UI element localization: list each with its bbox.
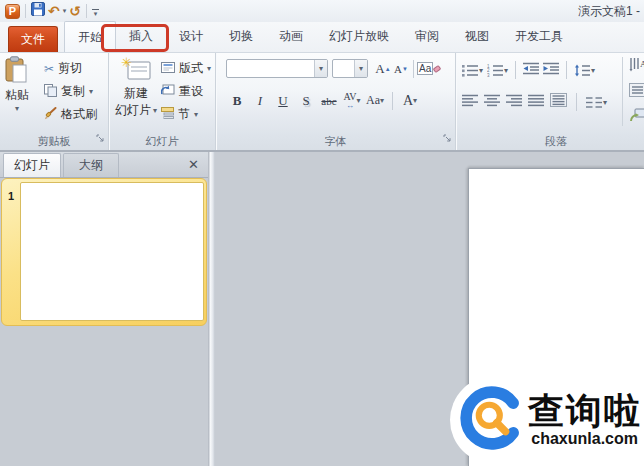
format-painter-button[interactable]: 格式刷 <box>44 103 97 126</box>
svg-text:✳: ✳ <box>121 56 132 70</box>
italic-button[interactable]: I <box>251 91 269 110</box>
close-pane-icon[interactable]: ✕ <box>188 153 199 177</box>
paste-dropdown-icon[interactable]: ▾ <box>15 104 19 113</box>
grow-font-button[interactable]: A▲ <box>374 59 392 78</box>
text-direction-button[interactable]: A <box>629 57 644 76</box>
quick-access-toolbar: P ↶ ▾ ↺ ▾ <box>0 0 644 22</box>
change-case-dropdown-icon[interactable]: ▾ <box>380 96 384 105</box>
new-slide-icon: ✳ <box>121 56 151 85</box>
powerpoint-app-icon[interactable]: P <box>5 4 20 19</box>
font-name-combobox[interactable]: ▾ <box>226 59 328 78</box>
align-text-button[interactable] <box>629 83 644 101</box>
separator <box>576 93 577 111</box>
tab-slideshow[interactable]: 幻灯片放映 <box>316 21 402 52</box>
redo-icon[interactable]: ↺ <box>69 4 81 18</box>
align-right-button[interactable] <box>506 93 522 111</box>
new-slide-button[interactable]: ✳ 新建 幻灯片 ▾ <box>115 56 157 119</box>
columns-button[interactable]: ▾ <box>586 96 607 109</box>
tab-view[interactable]: 视图 <box>452 21 502 52</box>
paragraph-group: ▾ 123 ▾ ▾ <box>456 53 644 150</box>
font-size-dropdown-icon[interactable]: ▾ <box>354 60 367 77</box>
justify-button[interactable] <box>528 93 544 111</box>
align-left-button[interactable] <box>462 93 478 111</box>
line-spacing-button[interactable]: ▾ <box>574 64 595 77</box>
cut-button[interactable]: ✂ 剪切 <box>44 57 97 80</box>
pane-tab-bar: 幻灯片 大纲 ✕ <box>0 152 208 178</box>
slides-group-label: 幻灯片 <box>109 134 215 149</box>
paste-button[interactable]: 粘贴 ▾ <box>5 56 29 113</box>
layout-dropdown-icon[interactable]: ▾ <box>207 64 211 73</box>
copy-dropdown-icon[interactable]: ▾ <box>89 87 93 96</box>
section-dropdown-icon[interactable]: ▾ <box>194 110 198 119</box>
reset-icon <box>161 84 175 99</box>
clipboard-group: 粘贴 ▾ ✂ 剪切 复制 ▾ 格式刷 <box>0 53 109 150</box>
undo-dropdown-icon[interactable]: ▾ <box>63 7 67 15</box>
font-color-dropdown-icon[interactable]: ▾ <box>413 96 417 105</box>
character-spacing-button[interactable]: AV↔ ▾ <box>343 91 361 110</box>
separator <box>515 61 516 79</box>
copy-icon <box>44 84 57 100</box>
font-group: ▾ ▾ A▲ A▼ Aa B I U S abc <box>216 53 456 150</box>
layout-button[interactable]: 版式 ▾ <box>161 57 211 80</box>
clipboard-group-label: 剪贴板 <box>0 134 108 149</box>
slides-outline-pane: 幻灯片 大纲 ✕ 1 <box>0 152 208 466</box>
slide-thumbnail[interactable] <box>20 182 204 321</box>
underline-button[interactable]: U <box>274 91 292 110</box>
align-center-button[interactable] <box>484 93 500 111</box>
undo-icon[interactable]: ↶ <box>48 4 60 18</box>
shrink-font-button[interactable]: A▼ <box>392 59 410 78</box>
reset-button[interactable]: 重设 <box>161 80 211 103</box>
svg-text:A: A <box>640 59 644 69</box>
slides-group: ✳ 新建 幻灯片 ▾ 版式 ▾ 重设 <box>109 53 216 150</box>
paste-icon <box>5 56 29 87</box>
tab-design[interactable]: 设计 <box>166 21 216 52</box>
font-size-combobox[interactable]: ▾ <box>332 59 368 78</box>
watermark-domain: chaxunla.com <box>531 430 638 448</box>
tab-animations[interactable]: 动画 <box>266 21 316 52</box>
insert-tab-highlight-annotation <box>101 24 169 52</box>
distribute-text-button[interactable] <box>550 93 567 111</box>
new-slide-dropdown-icon[interactable]: ▾ <box>153 106 157 115</box>
strikethrough-button[interactable]: abc <box>320 91 338 110</box>
numbering-button[interactable]: 123 ▾ <box>487 64 508 77</box>
pane-tab-outline[interactable]: 大纲 <box>63 153 119 177</box>
pane-splitter[interactable] <box>208 152 215 466</box>
title-bar: P ↶ ▾ ↺ ▾ 演示文稿1 - <box>0 0 644 22</box>
separator <box>566 61 567 79</box>
slide-number: 1 <box>8 190 14 202</box>
font-group-label: 字体 <box>216 134 455 149</box>
bullets-dropdown-icon[interactable]: ▾ <box>479 66 483 75</box>
tab-file[interactable]: 文件 <box>8 26 58 52</box>
eraser-icon <box>433 61 442 76</box>
character-spacing-dropdown-icon[interactable]: ▾ <box>357 96 361 105</box>
tab-transitions[interactable]: 切换 <box>216 21 266 52</box>
clear-formatting-button[interactable]: Aa <box>417 59 442 78</box>
tab-developer[interactable]: 开发工具 <box>502 21 576 52</box>
customize-qat-dropdown-icon[interactable]: ▾ <box>92 6 99 16</box>
pane-tab-slides[interactable]: 幻灯片 <box>3 153 61 177</box>
font-color-button[interactable]: A ▾ <box>401 91 419 110</box>
decrease-indent-button[interactable] <box>523 61 539 79</box>
convert-to-smartart-button[interactable] <box>629 108 644 126</box>
columns-dropdown-icon[interactable]: ▾ <box>603 98 607 107</box>
ribbon: 粘贴 ▾ ✂ 剪切 复制 ▾ 格式刷 <box>0 53 644 152</box>
numbering-dropdown-icon[interactable]: ▾ <box>504 66 508 75</box>
section-button[interactable]: 节 ▾ <box>161 103 211 126</box>
save-icon[interactable] <box>31 2 45 20</box>
separator <box>86 4 87 18</box>
change-case-button[interactable]: Aa ▾ <box>366 91 384 110</box>
section-icon <box>161 107 174 122</box>
bullets-button[interactable]: ▾ <box>462 64 483 77</box>
separator <box>413 60 414 78</box>
svg-text:3: 3 <box>487 72 490 76</box>
copy-button[interactable]: 复制 ▾ <box>44 80 97 103</box>
font-name-dropdown-icon[interactable]: ▾ <box>314 60 327 77</box>
watermark-name: 查询啦 <box>528 392 642 430</box>
scissors-icon: ✂ <box>44 62 54 76</box>
line-spacing-dropdown-icon[interactable]: ▾ <box>591 66 595 75</box>
bold-button[interactable]: B <box>228 91 246 110</box>
text-shadow-button[interactable]: S <box>297 91 315 110</box>
slide-thumbnail-item-1[interactable]: 1 <box>1 178 207 326</box>
tab-review[interactable]: 审阅 <box>402 21 452 52</box>
increase-indent-button[interactable] <box>543 61 559 79</box>
